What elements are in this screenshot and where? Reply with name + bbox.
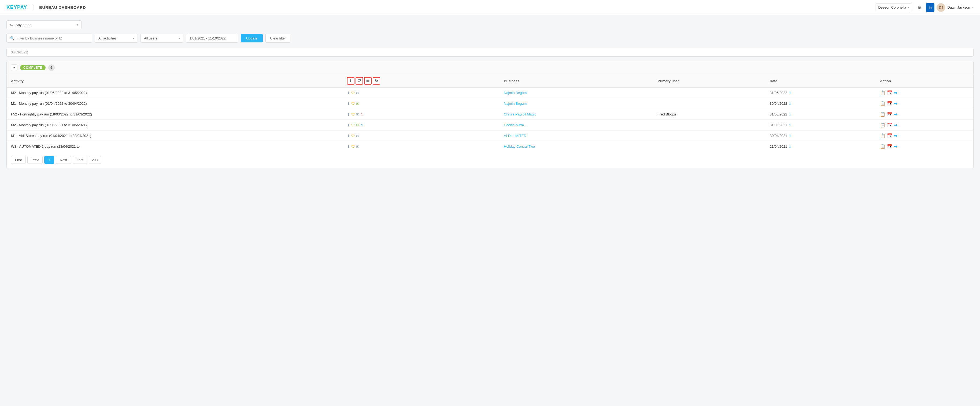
users-select[interactable]: All users ▾ xyxy=(140,34,183,43)
last-page-button[interactable]: Last xyxy=(73,156,88,164)
action-icons: 📋 📅 ➡ xyxy=(880,112,969,117)
search-icon: 🔍 xyxy=(10,36,14,40)
copy-action-icon[interactable]: 📋 xyxy=(880,112,885,117)
upload-icon: ⬆ xyxy=(347,134,350,138)
col-icons: ⬆ 🛡 ✉ ↻ xyxy=(343,74,500,88)
email-green-icon: ✉ xyxy=(356,101,359,106)
shield-icon: 🛡 xyxy=(351,101,355,106)
page-size-value: 20 xyxy=(92,158,96,162)
action-icons: 📋 📅 ➡ xyxy=(880,101,969,106)
date-cell: 31/05/2021 ℹ xyxy=(765,120,876,131)
users-chevron-icon: ▾ xyxy=(178,37,180,40)
table-row: M2 - Monthly pay run (01/05/2021 to 31/0… xyxy=(7,120,973,131)
calendar-action-icon[interactable]: 📅 xyxy=(887,90,892,95)
search-input[interactable] xyxy=(17,36,89,40)
arrow-action-icon[interactable]: ➡ xyxy=(894,133,897,138)
col-action: Action xyxy=(876,74,973,88)
action-cell: 📋 📅 ➡ xyxy=(876,109,973,120)
calendar-action-icon[interactable]: 📅 xyxy=(887,144,892,149)
gear-icon[interactable]: ⚙ xyxy=(915,3,924,12)
prev-page-button[interactable]: Prev xyxy=(27,156,43,164)
activity-cell: F52 - Fortnightly pay run (18/03/2022 to… xyxy=(7,109,343,120)
business-link[interactable]: Cookie-burra xyxy=(504,123,524,127)
current-page-button[interactable]: 1 xyxy=(44,156,54,164)
business-link[interactable]: Chris's Payroll Magic xyxy=(504,112,536,116)
header-left: KEYPAY | BUREAU DASHBOARD xyxy=(6,4,86,10)
activity-cell: M2 - Monthly pay run (01/05/2022 to 31/0… xyxy=(7,88,343,98)
next-page-button[interactable]: Next xyxy=(56,156,71,164)
calendar-action-icon[interactable]: 📅 xyxy=(887,122,892,128)
collapse-button[interactable]: ▾ xyxy=(11,64,18,71)
info-icon[interactable]: ℹ xyxy=(789,101,791,105)
business-cell[interactable]: Holiday Central Two xyxy=(500,141,654,152)
org-name: Deeson Coronella xyxy=(878,5,906,10)
business-cell[interactable]: ALDI LIMITED xyxy=(500,131,654,141)
count-badge: 6 xyxy=(48,64,55,71)
business-link[interactable]: Najmin Begum xyxy=(504,91,527,95)
info-icon[interactable]: ℹ xyxy=(789,91,791,95)
avatar: DJ xyxy=(937,3,945,12)
info-icon[interactable]: ℹ xyxy=(789,123,791,127)
calendar-action-icon[interactable]: 📅 xyxy=(887,101,892,106)
action-icons: 📋 📅 ➡ xyxy=(880,90,969,95)
upload-icon: ⬆ xyxy=(347,123,350,127)
date-cell: 31/03/2022 ℹ xyxy=(765,109,876,120)
header-email-icon[interactable]: ✉ xyxy=(364,77,372,85)
business-link[interactable]: ALDI LIMITED xyxy=(504,134,526,138)
copy-action-icon[interactable]: 📋 xyxy=(880,90,885,95)
upload-icon: ⬆ xyxy=(347,101,350,106)
brand-select[interactable]: 🏷 Any brand ▾ xyxy=(6,21,81,29)
activities-table: Activity ⬆ 🛡 ✉ ↻ Business Primary user D… xyxy=(7,74,973,152)
copy-action-icon[interactable]: 📋 xyxy=(880,144,885,149)
action-cell: 📋 📅 ➡ xyxy=(876,141,973,152)
calendar-action-icon[interactable]: 📅 xyxy=(887,112,892,117)
collapse-icon: ▾ xyxy=(13,66,15,70)
business-cell[interactable]: Chris's Payroll Magic xyxy=(500,109,654,120)
activity-cell: M1 - Monthly pay run (01/04/2022 to 30/0… xyxy=(7,98,343,109)
copy-action-icon[interactable]: 📋 xyxy=(880,101,885,106)
table-header-row: Activity ⬆ 🛡 ✉ ↻ Business Primary user D… xyxy=(7,74,973,88)
info-icon[interactable]: ℹ xyxy=(789,112,791,116)
business-link[interactable]: Holiday Central Two xyxy=(504,144,535,149)
clear-filter-button[interactable]: Clear filter xyxy=(266,34,290,43)
upload-icon: ⬆ xyxy=(347,91,350,95)
info-icon[interactable]: ℹ xyxy=(789,134,791,138)
calendar-action-icon[interactable]: 📅 xyxy=(887,133,892,138)
header-shield-icon[interactable]: 🛡 xyxy=(356,77,363,85)
row-icons-cell: ⬆🛡✉↻ xyxy=(343,109,500,120)
arrow-action-icon[interactable]: ➡ xyxy=(894,101,897,106)
shield-icon: 🛡 xyxy=(351,91,355,95)
table-row: M1 - Aldi Stores pay run (01/04/2021 to … xyxy=(7,131,973,141)
activity-cell: M2 - Monthly pay run (01/05/2021 to 31/0… xyxy=(7,120,343,131)
arrow-action-icon[interactable]: ➡ xyxy=(894,90,897,95)
upload-icon: ⬆ xyxy=(347,144,350,149)
info-icon[interactable]: ℹ xyxy=(789,144,791,149)
business-link[interactable]: Najmin Begum xyxy=(504,101,527,105)
status-badge: COMPLETE xyxy=(20,65,46,70)
org-dropdown[interactable]: Deeson Coronella ▾ xyxy=(875,3,912,11)
arrow-action-icon[interactable]: ➡ xyxy=(894,122,897,128)
linkedin-icon[interactable]: in xyxy=(926,3,934,12)
header-upload-icon[interactable]: ⬆ xyxy=(347,77,355,85)
update-button[interactable]: Update xyxy=(241,34,263,42)
activities-chevron-icon: ▾ xyxy=(133,37,134,40)
first-page-button[interactable]: First xyxy=(11,156,26,164)
action-icons: 📋 📅 ➡ xyxy=(880,144,969,149)
business-cell[interactable]: Najmin Begum xyxy=(500,98,654,109)
search-box: 🔍 xyxy=(6,34,92,43)
business-cell[interactable]: Najmin Begum xyxy=(500,88,654,98)
arrow-action-icon[interactable]: ➡ xyxy=(894,112,897,117)
header-right: Deeson Coronella ▾ ⚙ in DJ Dawn Jackson … xyxy=(875,3,974,12)
header-refresh-icon[interactable]: ↻ xyxy=(373,77,380,85)
copy-action-icon[interactable]: 📋 xyxy=(880,122,885,128)
primary-user-cell xyxy=(654,98,765,109)
business-cell[interactable]: Cookie-burra xyxy=(500,120,654,131)
arrow-action-icon[interactable]: ➡ xyxy=(894,144,897,149)
date-range-input[interactable] xyxy=(186,34,238,43)
truncated-row: 30/03/2022) xyxy=(6,48,974,57)
user-name[interactable]: Dawn Jackson xyxy=(947,5,970,10)
shield-icon: 🛡 xyxy=(351,112,355,117)
activities-select[interactable]: All activities ▾ xyxy=(95,34,138,43)
page-size-select[interactable]: 20 ▾ xyxy=(89,156,101,164)
copy-action-icon[interactable]: 📋 xyxy=(880,133,885,138)
